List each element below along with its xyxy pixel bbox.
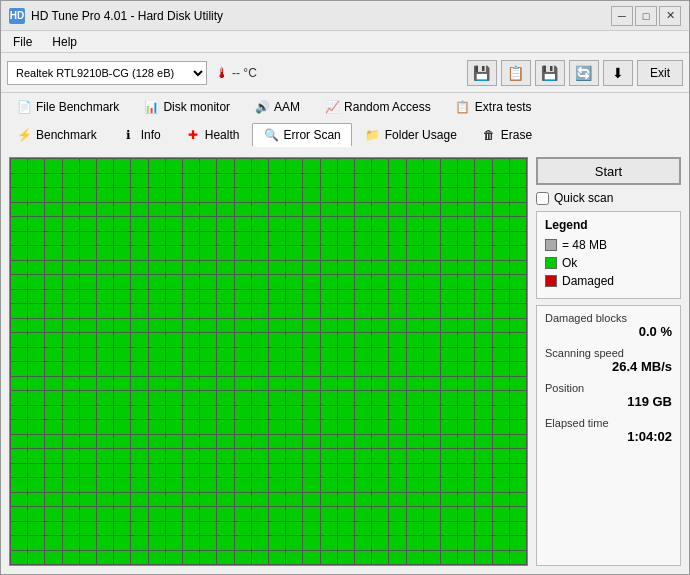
- grid-cell: [441, 493, 457, 507]
- grid-cell: [149, 232, 165, 246]
- grid-cell: [183, 188, 199, 202]
- tab-benchmark-label: Benchmark: [36, 128, 97, 142]
- grid-cell: [321, 507, 337, 521]
- exit-button[interactable]: Exit: [637, 60, 683, 86]
- grid-cell: [321, 348, 337, 362]
- tab-error-scan[interactable]: 🔍 Error Scan: [252, 123, 351, 147]
- tab-extra-tests[interactable]: 📋 Extra tests: [444, 95, 543, 119]
- grid-cell: [407, 507, 423, 521]
- tab-info[interactable]: ℹ Info: [110, 123, 172, 147]
- grid-cell: [63, 449, 79, 463]
- grid-cell: [458, 522, 474, 536]
- tab-aam[interactable]: 🔊 AAM: [243, 95, 311, 119]
- grid-cell: [321, 551, 337, 565]
- grid-cell: [458, 536, 474, 550]
- grid-cell: [97, 275, 113, 289]
- tab-health[interactable]: ✚ Health: [174, 123, 251, 147]
- grid-cell: [166, 159, 182, 173]
- tab-folder-usage[interactable]: 📁 Folder Usage: [354, 123, 468, 147]
- grid-cell: [286, 275, 302, 289]
- grid-cell: [389, 406, 405, 420]
- grid-cell: [131, 391, 147, 405]
- grid-cell: [45, 304, 61, 318]
- grid-cell: [11, 174, 27, 188]
- grid-cell: [286, 391, 302, 405]
- grid-cell: [252, 232, 268, 246]
- grid-cell: [166, 290, 182, 304]
- grid-cell: [114, 203, 130, 217]
- tab-disk-monitor[interactable]: 📊 Disk monitor: [132, 95, 241, 119]
- grid-cell: [269, 507, 285, 521]
- toolbar-btn-2[interactable]: 📋: [501, 60, 531, 86]
- grid-cell: [286, 304, 302, 318]
- start-button[interactable]: Start: [536, 157, 681, 185]
- grid-cell: [510, 159, 526, 173]
- toolbar-btn-5[interactable]: ⬇: [603, 60, 633, 86]
- close-button[interactable]: ✕: [659, 6, 681, 26]
- toolbar-btn-1[interactable]: 💾: [467, 60, 497, 86]
- grid-cell: [493, 159, 509, 173]
- grid-cell: [252, 551, 268, 565]
- grid-cell: [458, 174, 474, 188]
- grid-cell: [217, 507, 233, 521]
- grid-cell: [252, 536, 268, 550]
- tab-erase[interactable]: 🗑 Erase: [470, 123, 543, 147]
- grid-cell: [45, 275, 61, 289]
- legend-damaged-label: Damaged: [562, 274, 614, 288]
- grid-cell: [389, 290, 405, 304]
- grid-cell: [63, 464, 79, 478]
- grid-cell: [166, 522, 182, 536]
- grid-cell: [166, 174, 182, 188]
- grid-cell: [441, 203, 457, 217]
- drive-select[interactable]: Realtek RTL9210B-CG (128 eB): [7, 61, 207, 85]
- grid-cell: [131, 348, 147, 362]
- grid-cell: [303, 261, 319, 275]
- side-panel: Start Quick scan Legend = 48 MB Ok Damag…: [536, 157, 681, 566]
- toolbar-btn-3[interactable]: 💾: [535, 60, 565, 86]
- menu-help[interactable]: Help: [44, 33, 85, 51]
- grid-cell: [286, 507, 302, 521]
- grid-cell: [28, 217, 44, 231]
- grid-cell: [149, 522, 165, 536]
- grid-cell: [131, 449, 147, 463]
- error-scan-icon: 🔍: [263, 127, 279, 143]
- grid-cell: [303, 522, 319, 536]
- grid-cell: [28, 478, 44, 492]
- grid-cell: [149, 246, 165, 260]
- grid-cell: [475, 217, 491, 231]
- grid-cell: [149, 464, 165, 478]
- grid-cell: [475, 377, 491, 391]
- grid-cell: [235, 232, 251, 246]
- grid-cell: [372, 420, 388, 434]
- tab-file-benchmark[interactable]: 📄 File Benchmark: [5, 95, 130, 119]
- grid-cell: [28, 551, 44, 565]
- grid-cell: [63, 406, 79, 420]
- grid-cell: [80, 275, 96, 289]
- grid-cell: [217, 406, 233, 420]
- toolbar-btn-4[interactable]: 🔄: [569, 60, 599, 86]
- tab-benchmark[interactable]: ⚡ Benchmark: [5, 123, 108, 147]
- grid-cell: [355, 522, 371, 536]
- grid-cell: [114, 464, 130, 478]
- grid-cell: [80, 290, 96, 304]
- grid-cell: [510, 174, 526, 188]
- tab-random-access[interactable]: 📈 Random Access: [313, 95, 442, 119]
- minimize-button[interactable]: ─: [611, 6, 633, 26]
- grid-cell: [63, 159, 79, 173]
- grid-cell: [407, 232, 423, 246]
- grid-cell: [510, 391, 526, 405]
- legend-swatch-ok: [545, 257, 557, 269]
- legend-swatch-mb: [545, 239, 557, 251]
- grid-cell: [475, 406, 491, 420]
- grid-cell: [217, 449, 233, 463]
- quick-scan-checkbox[interactable]: [536, 192, 549, 205]
- grid-cell: [407, 493, 423, 507]
- maximize-button[interactable]: □: [635, 6, 657, 26]
- menu-file[interactable]: File: [5, 33, 40, 51]
- grid-cell: [252, 493, 268, 507]
- grid-cell: [321, 333, 337, 347]
- quick-scan-row: Quick scan: [536, 191, 681, 205]
- grid-cell: [63, 493, 79, 507]
- grid-cell: [475, 203, 491, 217]
- grid-cell: [475, 478, 491, 492]
